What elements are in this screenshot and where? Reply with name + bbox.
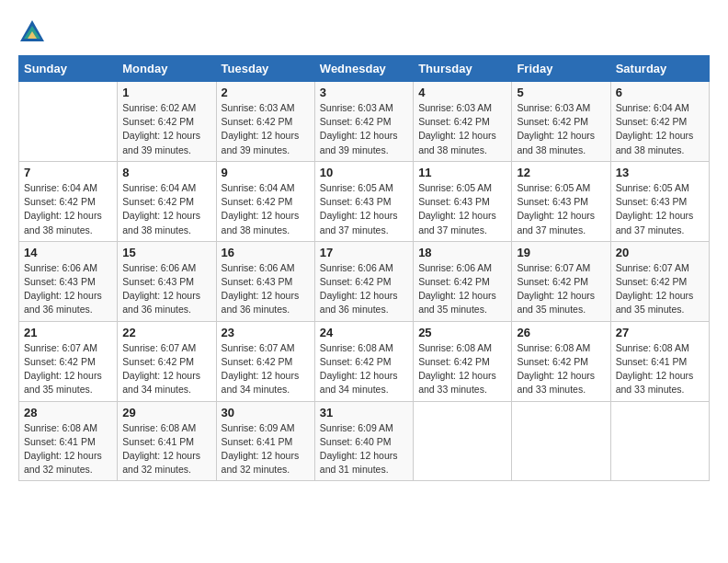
calendar-cell: 23Sunrise: 6:07 AM Sunset: 6:42 PM Dayli… (216, 321, 314, 401)
calendar-cell: 14Sunrise: 6:06 AM Sunset: 6:43 PM Dayli… (19, 241, 118, 321)
calendar-cell: 1Sunrise: 6:02 AM Sunset: 6:42 PM Daylig… (118, 82, 216, 162)
day-number: 1 (122, 86, 210, 99)
day-info: Sunrise: 6:03 AM Sunset: 6:42 PM Dayligh… (320, 101, 408, 157)
calendar-cell: 21Sunrise: 6:07 AM Sunset: 6:42 PM Dayli… (19, 321, 118, 401)
day-number: 8 (122, 166, 210, 179)
calendar-cell: 8Sunrise: 6:04 AM Sunset: 6:42 PM Daylig… (118, 161, 216, 241)
day-info: Sunrise: 6:03 AM Sunset: 6:42 PM Dayligh… (517, 101, 605, 157)
day-number: 31 (320, 406, 408, 419)
day-info: Sunrise: 6:06 AM Sunset: 6:43 PM Dayligh… (24, 261, 112, 317)
day-number: 19 (517, 246, 605, 259)
day-info: Sunrise: 6:05 AM Sunset: 6:43 PM Dayligh… (616, 181, 704, 237)
day-info: Sunrise: 6:08 AM Sunset: 6:42 PM Dayligh… (517, 341, 605, 397)
day-number: 5 (517, 86, 605, 99)
day-number: 12 (517, 166, 605, 179)
calendar-cell: 13Sunrise: 6:05 AM Sunset: 6:43 PM Dayli… (610, 161, 709, 241)
day-info: Sunrise: 6:04 AM Sunset: 6:42 PM Dayligh… (222, 181, 310, 237)
calendar-cell: 11Sunrise: 6:05 AM Sunset: 6:43 PM Dayli… (414, 161, 512, 241)
calendar-cell (610, 401, 709, 481)
header-monday: Monday (118, 56, 216, 82)
calendar-cell: 24Sunrise: 6:08 AM Sunset: 6:42 PM Dayli… (314, 321, 413, 401)
calendar-cell: 29Sunrise: 6:08 AM Sunset: 6:41 PM Dayli… (118, 401, 216, 481)
day-number: 6 (616, 86, 704, 99)
calendar-cell: 20Sunrise: 6:07 AM Sunset: 6:42 PM Dayli… (610, 241, 709, 321)
day-info: Sunrise: 6:09 AM Sunset: 6:41 PM Dayligh… (222, 421, 310, 477)
day-number: 13 (616, 166, 704, 179)
day-info: Sunrise: 6:06 AM Sunset: 6:42 PM Dayligh… (418, 261, 506, 317)
day-info: Sunrise: 6:07 AM Sunset: 6:42 PM Dayligh… (122, 341, 210, 397)
calendar-cell: 17Sunrise: 6:06 AM Sunset: 6:42 PM Dayli… (314, 241, 413, 321)
day-number: 23 (222, 326, 310, 339)
calendar-week-1: 1Sunrise: 6:02 AM Sunset: 6:42 PM Daylig… (19, 82, 710, 162)
calendar-cell: 30Sunrise: 6:09 AM Sunset: 6:41 PM Dayli… (216, 401, 314, 481)
day-number: 4 (418, 86, 506, 99)
day-info: Sunrise: 6:03 AM Sunset: 6:42 PM Dayligh… (418, 101, 506, 157)
calendar-cell: 31Sunrise: 6:09 AM Sunset: 6:40 PM Dayli… (314, 401, 413, 481)
header-saturday: Saturday (610, 56, 709, 82)
calendar-week-4: 21Sunrise: 6:07 AM Sunset: 6:42 PM Dayli… (19, 321, 710, 401)
calendar-cell (512, 401, 610, 481)
calendar-cell: 16Sunrise: 6:06 AM Sunset: 6:43 PM Dayli… (216, 241, 314, 321)
calendar-cell: 10Sunrise: 6:05 AM Sunset: 6:43 PM Dayli… (314, 161, 413, 241)
calendar-cell: 22Sunrise: 6:07 AM Sunset: 6:42 PM Dayli… (118, 321, 216, 401)
day-number: 14 (24, 246, 112, 259)
day-number: 29 (122, 406, 210, 419)
day-info: Sunrise: 6:06 AM Sunset: 6:42 PM Dayligh… (320, 261, 408, 317)
header-friday: Friday (512, 56, 610, 82)
calendar-cell: 7Sunrise: 6:04 AM Sunset: 6:42 PM Daylig… (19, 161, 118, 241)
day-number: 30 (222, 406, 310, 419)
day-info: Sunrise: 6:07 AM Sunset: 6:42 PM Dayligh… (222, 341, 310, 397)
calendar-cell: 2Sunrise: 6:03 AM Sunset: 6:42 PM Daylig… (216, 82, 314, 162)
day-number: 15 (122, 246, 210, 259)
header (18, 18, 710, 46)
day-info: Sunrise: 6:05 AM Sunset: 6:43 PM Dayligh… (320, 181, 408, 237)
calendar-cell: 6Sunrise: 6:04 AM Sunset: 6:42 PM Daylig… (610, 82, 709, 162)
calendar-cell: 27Sunrise: 6:08 AM Sunset: 6:41 PM Dayli… (610, 321, 709, 401)
day-number: 9 (222, 166, 310, 179)
header-thursday: Thursday (414, 56, 512, 82)
day-number: 22 (122, 326, 210, 339)
header-tuesday: Tuesday (216, 56, 314, 82)
calendar-cell: 12Sunrise: 6:05 AM Sunset: 6:43 PM Dayli… (512, 161, 610, 241)
day-info: Sunrise: 6:07 AM Sunset: 6:42 PM Dayligh… (616, 261, 704, 317)
day-number: 27 (616, 326, 704, 339)
day-number: 25 (418, 326, 506, 339)
calendar-cell: 18Sunrise: 6:06 AM Sunset: 6:42 PM Dayli… (414, 241, 512, 321)
day-info: Sunrise: 6:05 AM Sunset: 6:43 PM Dayligh… (517, 181, 605, 237)
calendar-cell: 15Sunrise: 6:06 AM Sunset: 6:43 PM Dayli… (118, 241, 216, 321)
calendar-cell: 28Sunrise: 6:08 AM Sunset: 6:41 PM Dayli… (19, 401, 118, 481)
day-number: 7 (24, 166, 112, 179)
calendar-week-2: 7Sunrise: 6:04 AM Sunset: 6:42 PM Daylig… (19, 161, 710, 241)
calendar-week-3: 14Sunrise: 6:06 AM Sunset: 6:43 PM Dayli… (19, 241, 710, 321)
day-info: Sunrise: 6:04 AM Sunset: 6:42 PM Dayligh… (616, 101, 704, 157)
header-wednesday: Wednesday (314, 56, 413, 82)
day-info: Sunrise: 6:08 AM Sunset: 6:42 PM Dayligh… (320, 341, 408, 397)
day-number: 11 (418, 166, 506, 179)
calendar-header-row: SundayMondayTuesdayWednesdayThursdayFrid… (19, 56, 710, 82)
day-number: 20 (616, 246, 704, 259)
day-number: 3 (320, 86, 408, 99)
calendar-table: SundayMondayTuesdayWednesdayThursdayFrid… (18, 55, 710, 481)
header-sunday: Sunday (19, 56, 118, 82)
day-info: Sunrise: 6:07 AM Sunset: 6:42 PM Dayligh… (517, 261, 605, 317)
day-info: Sunrise: 6:08 AM Sunset: 6:41 PM Dayligh… (122, 421, 210, 477)
calendar-cell: 5Sunrise: 6:03 AM Sunset: 6:42 PM Daylig… (512, 82, 610, 162)
calendar-cell: 26Sunrise: 6:08 AM Sunset: 6:42 PM Dayli… (512, 321, 610, 401)
day-info: Sunrise: 6:04 AM Sunset: 6:42 PM Dayligh… (24, 181, 112, 237)
calendar-cell (19, 82, 118, 162)
calendar-week-5: 28Sunrise: 6:08 AM Sunset: 6:41 PM Dayli… (19, 401, 710, 481)
day-number: 28 (24, 406, 112, 419)
day-info: Sunrise: 6:06 AM Sunset: 6:43 PM Dayligh… (122, 261, 210, 317)
day-info: Sunrise: 6:02 AM Sunset: 6:42 PM Dayligh… (122, 101, 210, 157)
calendar-cell (414, 401, 512, 481)
calendar-cell: 19Sunrise: 6:07 AM Sunset: 6:42 PM Dayli… (512, 241, 610, 321)
day-info: Sunrise: 6:08 AM Sunset: 6:42 PM Dayligh… (418, 341, 506, 397)
day-number: 21 (24, 326, 112, 339)
day-number: 26 (517, 326, 605, 339)
day-info: Sunrise: 6:09 AM Sunset: 6:40 PM Dayligh… (320, 421, 408, 477)
day-info: Sunrise: 6:03 AM Sunset: 6:42 PM Dayligh… (222, 101, 310, 157)
day-number: 24 (320, 326, 408, 339)
day-number: 10 (320, 166, 408, 179)
calendar-cell: 4Sunrise: 6:03 AM Sunset: 6:42 PM Daylig… (414, 82, 512, 162)
calendar-cell: 25Sunrise: 6:08 AM Sunset: 6:42 PM Dayli… (414, 321, 512, 401)
